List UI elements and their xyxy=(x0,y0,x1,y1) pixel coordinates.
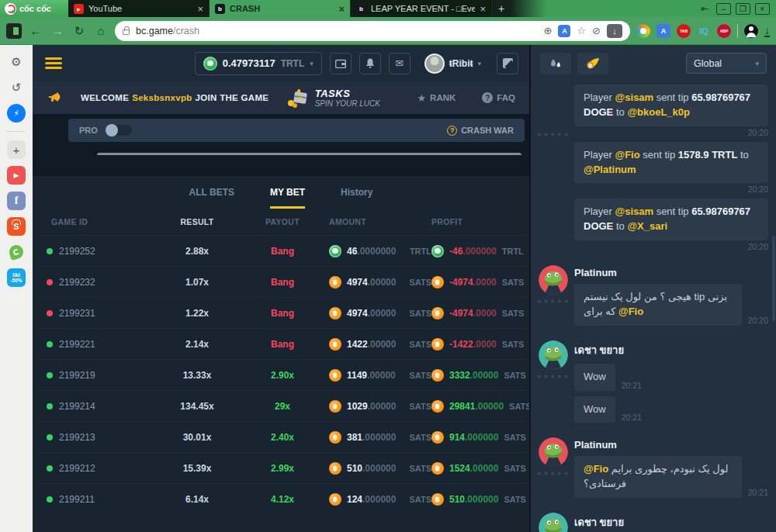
tab-youtube[interactable]: ▶ YouTube × xyxy=(68,0,210,17)
mention-link[interactable]: @Platinum xyxy=(584,164,636,175)
bet-profit: -4974.0000 xyxy=(449,308,497,319)
game-status-dot xyxy=(47,341,53,347)
bet-table-row[interactable]: 2199213 30.01x 2.40x ฿381.000000SATS ฿91… xyxy=(37,421,525,452)
close-window-button[interactable]: × xyxy=(755,3,770,15)
new-tab-button[interactable]: + xyxy=(492,0,511,17)
message-timestamp: 20:20 xyxy=(574,128,768,137)
btc-coin-icon: ฿ xyxy=(431,431,444,444)
bet-result: 6.14x xyxy=(158,494,236,505)
downloads-icon[interactable]: ↓ xyxy=(764,25,770,37)
notifications-button[interactable] xyxy=(359,53,381,74)
circle-plus-icon[interactable]: ⊕ xyxy=(544,25,553,36)
wallet-button[interactable] xyxy=(330,53,352,74)
bet-table-row[interactable]: 2199214 134.45x 29x ฿1029.00000SATS ฿298… xyxy=(37,390,525,421)
mention-link[interactable]: @X_sari xyxy=(627,220,667,232)
reload-button[interactable]: ↻ xyxy=(71,24,87,38)
page-url[interactable]: bc.game/crash xyxy=(136,26,538,36)
game-status-dot xyxy=(47,279,53,285)
rain-icon xyxy=(549,58,562,69)
bet-table-row[interactable]: 2199211 6.14x 4.12x ฿124.000000SATS ฿510… xyxy=(37,483,525,514)
chat-region-dropdown[interactable]: Global ▾ xyxy=(686,53,767,74)
youtube-shortcut[interactable]: ▶ xyxy=(7,166,26,185)
tab-all-bets[interactable]: ALL BETS xyxy=(189,176,234,209)
tab-leap-year-event[interactable]: b LEAP YEAR EVENT - □Event - × xyxy=(351,0,492,17)
bet-amount: 1149.00000 xyxy=(347,370,396,381)
tab-history[interactable]: History xyxy=(341,176,372,209)
tab-crash[interactable]: b CRASH × xyxy=(210,0,351,17)
menu-hamburger-button[interactable] xyxy=(45,57,62,69)
yab-extension-icon[interactable]: YAB xyxy=(677,24,691,38)
balance-selector[interactable]: 0.47973117 TRTL ▾ xyxy=(195,52,322,75)
add-shortcut-button[interactable]: + xyxy=(7,140,26,159)
bet-table-row[interactable]: 2199232 1.07x Bang ฿4974.00000SATS ฿-497… xyxy=(37,266,525,297)
pro-toggle[interactable] xyxy=(106,125,132,136)
tasks-link[interactable]: TASKSSPIN YOUR LUCK xyxy=(286,88,380,108)
user-avatar[interactable] xyxy=(539,265,568,295)
mention-link[interactable]: @sisam xyxy=(615,92,653,103)
maximize-button[interactable]: ❐ xyxy=(736,3,750,15)
bets-table-body: 2199252 2.88x Bang 46.0000000TRTL -46.00… xyxy=(37,235,525,514)
user-avatar[interactable] xyxy=(539,513,568,532)
chat-username[interactable]: Platinum xyxy=(574,439,768,451)
chat-username[interactable]: Platinum xyxy=(574,267,768,278)
adblock-shield-icon[interactable]: ⊘ xyxy=(592,25,601,36)
rain-tip-button[interactable] xyxy=(540,53,571,74)
mail-button[interactable]: ✉ xyxy=(389,53,411,74)
user-avatar[interactable] xyxy=(539,340,568,370)
forward-button[interactable]: → xyxy=(50,24,65,37)
bet-table-row[interactable]: 2199252 2.88x Bang 46.0000000TRTL -46.00… xyxy=(37,235,525,266)
mention-link[interactable]: @sisam xyxy=(615,206,653,217)
tab-close-icon[interactable]: × xyxy=(480,4,486,14)
home-button[interactable]: ⌂ xyxy=(93,24,109,37)
chat-scrollbar[interactable] xyxy=(772,236,775,321)
mention-link[interactable]: @bkoeL_k0p xyxy=(627,106,690,118)
user-menu[interactable]: ŧRibiŧ ▾ xyxy=(424,54,481,74)
profit-currency: SATS xyxy=(504,495,526,504)
mention-link[interactable]: @Fio xyxy=(584,463,608,475)
bookmark-star-icon[interactable]: ☆ xyxy=(577,25,586,36)
translate-page-icon[interactable]: A xyxy=(558,25,570,37)
mention-link[interactable]: @Fio xyxy=(618,306,643,317)
back-button[interactable]: ← xyxy=(28,24,43,37)
bcgame-favicon: b xyxy=(215,4,225,14)
mention-link[interactable]: @Fio xyxy=(615,149,639,161)
shopee-shortcut[interactable]: S xyxy=(7,217,26,236)
profile-icon[interactable] xyxy=(744,24,758,38)
download-page-button[interactable]: ↓ xyxy=(607,24,622,38)
minimize-button[interactable]: – xyxy=(716,3,731,15)
translate-extension-icon[interactable]: A xyxy=(656,24,670,38)
chat-username[interactable]: เดชา ขยาย xyxy=(574,514,768,530)
bet-table-row[interactable]: 2199219 13.33x 2.90x ฿1149.00000SATS ฿33… xyxy=(37,359,525,390)
tiki-shortcut[interactable]: tiki-50% xyxy=(7,268,26,287)
tab-my-bet[interactable]: MY BET xyxy=(270,176,305,209)
promo-banner: WELCOME Seksbsnxvpb JOIN THE GAME TASKSS… xyxy=(33,81,529,114)
tab-close-icon[interactable]: × xyxy=(197,4,203,14)
user-avatar[interactable] xyxy=(539,437,568,467)
bet-table-row[interactable]: 2199212 15.39x 2.99x ฿510.000000SATS ฿15… xyxy=(37,452,525,483)
address-bar[interactable]: bc.game/crash ⊕ A ☆ ⊘ ↓ xyxy=(115,21,630,41)
abp-extension-icon[interactable]: ABP xyxy=(717,24,731,38)
messenger-icon[interactable]: ⚡ xyxy=(7,104,26,123)
btc-coin-icon: ฿ xyxy=(431,493,444,506)
iq-extension-icon[interactable]: IQ xyxy=(697,24,711,38)
bet-table-row[interactable]: 2199221 2.14x Bang ฿1422.00000SATS ฿-142… xyxy=(37,328,525,359)
chat-toggle-button[interactable] xyxy=(497,53,518,74)
bet-table-row[interactable]: 2199231 1.22x Bang ฿4974.00000SATS ฿-497… xyxy=(37,297,525,328)
crash-war-link[interactable]: ? CRASH WAR xyxy=(447,126,514,136)
chat-username[interactable]: เดชา ขยาย xyxy=(574,342,768,358)
username: ŧRibiŧ xyxy=(449,58,473,69)
history-icon[interactable]: ↺ xyxy=(7,78,26,97)
coccoc-shortcut[interactable] xyxy=(7,243,26,261)
tab-close-icon[interactable]: × xyxy=(338,4,345,14)
faq-link[interactable]: ?FAQ xyxy=(482,92,515,103)
amount-currency: SATS xyxy=(409,402,431,411)
game-status-dot xyxy=(47,465,53,472)
settings-icon[interactable]: ⚙ xyxy=(7,53,26,71)
pin-sidebar-icon[interactable]: ⇤ xyxy=(701,3,708,14)
bet-payout: Bang xyxy=(236,308,329,319)
coccoc-wheel-icon[interactable] xyxy=(636,24,650,38)
facebook-shortcut[interactable]: f xyxy=(7,192,26,210)
rank-link[interactable]: ★RANK xyxy=(417,92,456,104)
sidebar-toggle-icon[interactable] xyxy=(6,23,22,39)
coin-drop-button[interactable]: ฿ xyxy=(577,53,608,74)
